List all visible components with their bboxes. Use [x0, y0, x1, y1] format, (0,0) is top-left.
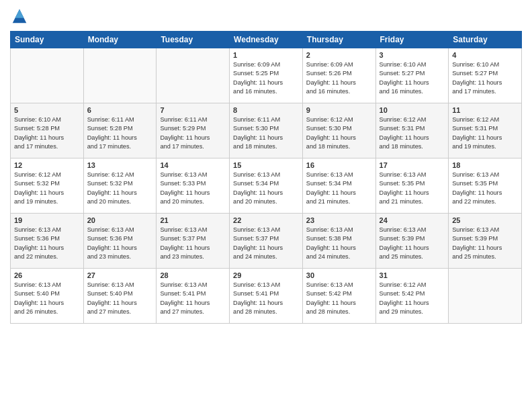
day-info: Sunrise: 6:11 AM Sunset: 5:28 PM Dayligh…: [87, 116, 153, 151]
day-info: Sunrise: 6:12 AM Sunset: 5:32 PM Dayligh…: [87, 171, 153, 206]
logo: [10, 7, 32, 26]
week-row-3: 12Sunrise: 6:12 AM Sunset: 5:32 PM Dayli…: [11, 158, 522, 214]
day-info: Sunrise: 6:13 AM Sunset: 5:40 PM Dayligh…: [14, 281, 80, 316]
svg-marker-1: [15, 9, 24, 18]
calendar-cell: 19Sunrise: 6:13 AM Sunset: 5:36 PM Dayli…: [11, 214, 84, 269]
calendar-cell: 31Sunrise: 6:12 AM Sunset: 5:42 PM Dayli…: [375, 269, 449, 324]
calendar-cell: 5Sunrise: 6:10 AM Sunset: 5:28 PM Daylig…: [11, 103, 84, 158]
calendar-cell: 20Sunrise: 6:13 AM Sunset: 5:36 PM Dayli…: [83, 214, 157, 269]
day-number: 30: [306, 271, 372, 279]
calendar-cell: 13Sunrise: 6:12 AM Sunset: 5:32 PM Dayli…: [83, 158, 157, 214]
day-number: 17: [380, 161, 445, 169]
day-number: 28: [160, 271, 226, 279]
day-number: 18: [452, 161, 518, 169]
calendar-cell: 1Sunrise: 6:09 AM Sunset: 5:25 PM Daylig…: [230, 48, 303, 103]
header-row: SundayMondayTuesdayWednesdayThursdayFrid…: [11, 32, 522, 48]
day-info: Sunrise: 6:13 AM Sunset: 5:38 PM Dayligh…: [306, 226, 372, 261]
day-header-wednesday: Wednesday: [230, 32, 303, 48]
logo-icon: [10, 7, 29, 26]
day-header-tuesday: Tuesday: [157, 32, 230, 48]
calendar-cell: 2Sunrise: 6:09 AM Sunset: 5:26 PM Daylig…: [302, 48, 375, 103]
day-info: Sunrise: 6:13 AM Sunset: 5:35 PM Dayligh…: [452, 171, 518, 206]
day-number: 22: [233, 216, 299, 224]
day-info: Sunrise: 6:13 AM Sunset: 5:39 PM Dayligh…: [452, 226, 518, 261]
day-number: 2: [306, 51, 372, 59]
calendar-cell: 28Sunrise: 6:13 AM Sunset: 5:41 PM Dayli…: [157, 269, 230, 324]
day-number: 24: [380, 216, 445, 224]
calendar-cell: 25Sunrise: 6:13 AM Sunset: 5:39 PM Dayli…: [449, 214, 522, 269]
page: SundayMondayTuesdayWednesdayThursdayFrid…: [0, 0, 532, 411]
day-info: Sunrise: 6:13 AM Sunset: 5:40 PM Dayligh…: [87, 281, 153, 316]
day-info: Sunrise: 6:10 AM Sunset: 5:27 PM Dayligh…: [380, 60, 445, 96]
day-info: Sunrise: 6:13 AM Sunset: 5:37 PM Dayligh…: [233, 226, 299, 261]
day-info: Sunrise: 6:10 AM Sunset: 5:27 PM Dayligh…: [452, 60, 518, 96]
calendar-cell: 18Sunrise: 6:13 AM Sunset: 5:35 PM Dayli…: [449, 158, 522, 214]
day-info: Sunrise: 6:13 AM Sunset: 5:41 PM Dayligh…: [160, 281, 226, 316]
day-info: Sunrise: 6:12 AM Sunset: 5:30 PM Dayligh…: [306, 116, 372, 151]
day-number: 4: [452, 51, 518, 59]
day-number: 11: [452, 106, 518, 114]
calendar-cell: 29Sunrise: 6:13 AM Sunset: 5:41 PM Dayli…: [230, 269, 303, 324]
calendar-cell: [83, 48, 157, 103]
day-number: 29: [233, 271, 299, 279]
day-header-friday: Friday: [375, 32, 449, 48]
day-number: 21: [160, 216, 226, 224]
day-info: Sunrise: 6:13 AM Sunset: 5:35 PM Dayligh…: [380, 171, 445, 206]
calendar-cell: [157, 48, 230, 103]
day-info: Sunrise: 6:12 AM Sunset: 5:32 PM Dayligh…: [14, 171, 80, 206]
calendar-cell: [11, 48, 84, 103]
day-number: 13: [87, 161, 153, 169]
week-row-2: 5Sunrise: 6:10 AM Sunset: 5:28 PM Daylig…: [11, 103, 522, 158]
calendar-cell: 14Sunrise: 6:13 AM Sunset: 5:33 PM Dayli…: [157, 158, 230, 214]
day-number: 7: [160, 106, 226, 114]
week-row-4: 19Sunrise: 6:13 AM Sunset: 5:36 PM Dayli…: [11, 214, 522, 269]
calendar-cell: [449, 269, 522, 324]
day-info: Sunrise: 6:11 AM Sunset: 5:29 PM Dayligh…: [160, 116, 226, 151]
day-number: 1: [233, 51, 299, 59]
calendar-cell: 24Sunrise: 6:13 AM Sunset: 5:39 PM Dayli…: [375, 214, 449, 269]
calendar-cell: 16Sunrise: 6:13 AM Sunset: 5:34 PM Dayli…: [302, 158, 375, 214]
calendar-cell: 30Sunrise: 6:13 AM Sunset: 5:42 PM Dayli…: [302, 269, 375, 324]
calendar-cell: 10Sunrise: 6:12 AM Sunset: 5:31 PM Dayli…: [375, 103, 449, 158]
week-row-1: 1Sunrise: 6:09 AM Sunset: 5:25 PM Daylig…: [11, 48, 522, 103]
day-info: Sunrise: 6:13 AM Sunset: 5:37 PM Dayligh…: [160, 226, 226, 261]
day-header-monday: Monday: [83, 32, 157, 48]
calendar-cell: 21Sunrise: 6:13 AM Sunset: 5:37 PM Dayli…: [157, 214, 230, 269]
day-number: 15: [233, 161, 299, 169]
day-info: Sunrise: 6:09 AM Sunset: 5:26 PM Dayligh…: [306, 60, 372, 96]
calendar-cell: 27Sunrise: 6:13 AM Sunset: 5:40 PM Dayli…: [83, 269, 157, 324]
calendar-cell: 11Sunrise: 6:12 AM Sunset: 5:31 PM Dayli…: [449, 103, 522, 158]
calendar-cell: 22Sunrise: 6:13 AM Sunset: 5:37 PM Dayli…: [230, 214, 303, 269]
day-info: Sunrise: 6:12 AM Sunset: 5:31 PM Dayligh…: [452, 116, 518, 151]
day-info: Sunrise: 6:13 AM Sunset: 5:34 PM Dayligh…: [306, 171, 372, 206]
day-info: Sunrise: 6:12 AM Sunset: 5:31 PM Dayligh…: [380, 116, 445, 151]
day-number: 10: [380, 106, 445, 114]
day-info: Sunrise: 6:13 AM Sunset: 5:39 PM Dayligh…: [380, 226, 445, 261]
calendar-cell: 26Sunrise: 6:13 AM Sunset: 5:40 PM Dayli…: [11, 269, 84, 324]
day-number: 5: [14, 106, 80, 114]
calendar-cell: 6Sunrise: 6:11 AM Sunset: 5:28 PM Daylig…: [83, 103, 157, 158]
day-number: 3: [380, 51, 445, 59]
day-info: Sunrise: 6:10 AM Sunset: 5:28 PM Dayligh…: [14, 116, 80, 151]
day-number: 8: [233, 106, 299, 114]
day-number: 9: [306, 106, 372, 114]
day-number: 23: [306, 216, 372, 224]
calendar-body: 1Sunrise: 6:09 AM Sunset: 5:25 PM Daylig…: [11, 48, 522, 324]
day-header-sunday: Sunday: [11, 32, 84, 48]
day-number: 19: [14, 216, 80, 224]
calendar-cell: 4Sunrise: 6:10 AM Sunset: 5:27 PM Daylig…: [449, 48, 522, 103]
header: [10, 7, 522, 26]
calendar-cell: 23Sunrise: 6:13 AM Sunset: 5:38 PM Dayli…: [302, 214, 375, 269]
day-number: 20: [87, 216, 153, 224]
day-info: Sunrise: 6:13 AM Sunset: 5:42 PM Dayligh…: [306, 281, 372, 316]
day-info: Sunrise: 6:12 AM Sunset: 5:42 PM Dayligh…: [380, 281, 445, 316]
svg-rect-2: [16, 19, 22, 22]
day-info: Sunrise: 6:13 AM Sunset: 5:36 PM Dayligh…: [87, 226, 153, 261]
day-number: 25: [452, 216, 518, 224]
day-number: 14: [160, 161, 226, 169]
day-number: 6: [87, 106, 153, 114]
week-row-5: 26Sunrise: 6:13 AM Sunset: 5:40 PM Dayli…: [11, 269, 522, 324]
day-info: Sunrise: 6:13 AM Sunset: 5:34 PM Dayligh…: [233, 171, 299, 206]
calendar-cell: 3Sunrise: 6:10 AM Sunset: 5:27 PM Daylig…: [375, 48, 449, 103]
day-number: 12: [14, 161, 80, 169]
